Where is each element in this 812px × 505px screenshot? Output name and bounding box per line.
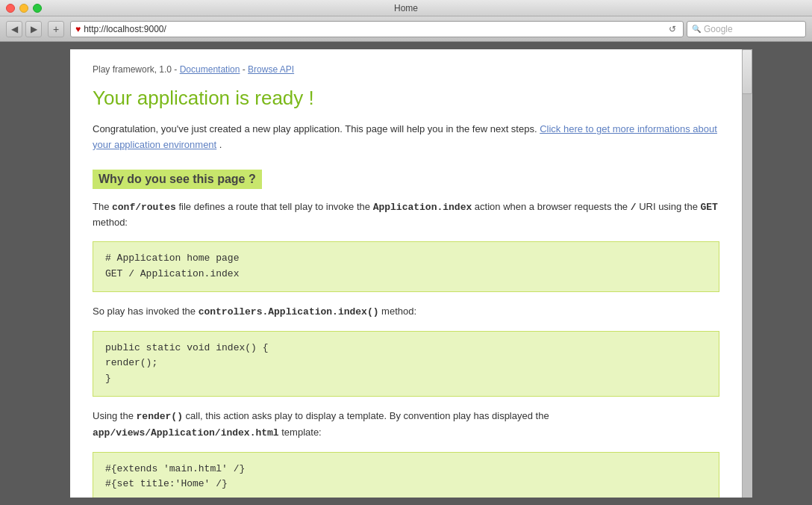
search-icon: 🔍 xyxy=(692,25,701,33)
browser-content: Play framework, 1.0 - Documentation - Br… xyxy=(0,42,812,505)
forward-button[interactable]: ▶ xyxy=(25,21,42,37)
address-bar[interactable]: ♥ http://localhost:9000/ ↺ xyxy=(70,21,684,37)
intro-text: Congratulation, you've just created a ne… xyxy=(93,122,719,153)
s3-text2: call, this action asks play to display a… xyxy=(183,410,549,421)
code-block-3: #{extends 'main.html' /} #{set title:'Ho… xyxy=(93,452,719,498)
refresh-button[interactable]: ↺ xyxy=(666,23,678,35)
code-block-2-line2: render(); xyxy=(105,356,707,371)
s2-text1: So play has invoked the xyxy=(93,306,199,317)
s1-text4: URI using the xyxy=(637,201,701,212)
page-container: Play framework, 1.0 - Documentation - Br… xyxy=(70,49,742,498)
new-tab-icon: + xyxy=(53,23,59,35)
intro-body: Congratulation, you've just created a ne… xyxy=(93,123,537,134)
window-title: Home xyxy=(394,3,418,13)
breadcrumb-text: Play framework, 1.0 - xyxy=(93,64,180,75)
s3-text1: Using the xyxy=(93,410,137,421)
s1-text3: action when a browser requests the xyxy=(472,201,630,212)
heart-icon: ♥ xyxy=(75,24,81,34)
code-block-2: public static void index() { render(); } xyxy=(93,331,719,397)
code-block-1-line2: GET / Application.index xyxy=(105,267,707,282)
s1-code4: GET xyxy=(701,202,718,213)
section1-body: The conf/routes file defines a route tha… xyxy=(93,199,719,232)
new-tab-button[interactable]: + xyxy=(48,21,64,37)
minimize-button[interactable] xyxy=(19,4,28,13)
scrollbar-track xyxy=(742,49,752,498)
maximize-button[interactable] xyxy=(33,4,42,13)
back-button[interactable]: ◀ xyxy=(6,21,22,37)
code-block-1: # Application home page GET / Applicatio… xyxy=(93,241,719,292)
address-text: http://localhost:9000/ xyxy=(84,24,663,34)
s3-text3: template: xyxy=(279,427,322,438)
breadcrumb: Play framework, 1.0 - Documentation - Br… xyxy=(93,64,719,75)
documentation-link[interactable]: Documentation xyxy=(180,64,240,75)
section-heading-text: Why do you see this page ? xyxy=(93,170,262,189)
s1-text2: file defines a route that tell play to i… xyxy=(176,201,373,212)
browse-api-link[interactable]: Browse API xyxy=(248,64,294,75)
search-bar[interactable]: 🔍 Google xyxy=(687,21,806,37)
s3-code1: render() xyxy=(137,411,183,422)
section3-body: Using the render() call, this action ask… xyxy=(93,409,719,442)
code-block-3-line2: #{set title:'Home' /} xyxy=(105,477,707,492)
page-wrapper: Play framework, 1.0 - Documentation - Br… xyxy=(70,49,742,498)
s1-code3: / xyxy=(631,202,637,213)
code-block-3-line1: #{extends 'main.html' /} xyxy=(105,462,707,477)
search-placeholder: Google xyxy=(704,24,733,34)
back-icon: ◀ xyxy=(11,24,18,34)
breadcrumb-separator: - xyxy=(240,64,248,75)
code-block-1-line1: # Application home page xyxy=(105,251,707,267)
s1-code2: Application.index xyxy=(373,202,472,213)
code-block-2-line1: public static void index() { xyxy=(105,341,707,356)
window-controls xyxy=(6,4,42,13)
intro-end: . xyxy=(216,139,222,150)
nav-bar: ◀ ▶ + ♥ http://localhost:9000/ ↺ 🔍 Googl… xyxy=(0,16,812,42)
s2-code1: controllers.Application.index() xyxy=(199,306,379,317)
s3-code2: app/views/Application/index.html xyxy=(93,427,279,439)
s1-text5: method: xyxy=(93,217,128,228)
s1-text1: The xyxy=(93,201,112,212)
section2-body: So play has invoked the controllers.Appl… xyxy=(93,304,719,320)
code-block-2-line3: } xyxy=(105,371,707,387)
main-title: Your application is ready ! xyxy=(93,87,719,110)
section-heading: Why do you see this page ? xyxy=(93,170,719,199)
forward-icon: ▶ xyxy=(31,24,37,34)
scrollbar-thumb[interactable] xyxy=(742,49,752,94)
s1-code1: conf/routes xyxy=(112,202,176,213)
title-bar: Home xyxy=(0,0,812,16)
close-button[interactable] xyxy=(6,4,15,13)
s2-text2: method: xyxy=(379,306,417,317)
